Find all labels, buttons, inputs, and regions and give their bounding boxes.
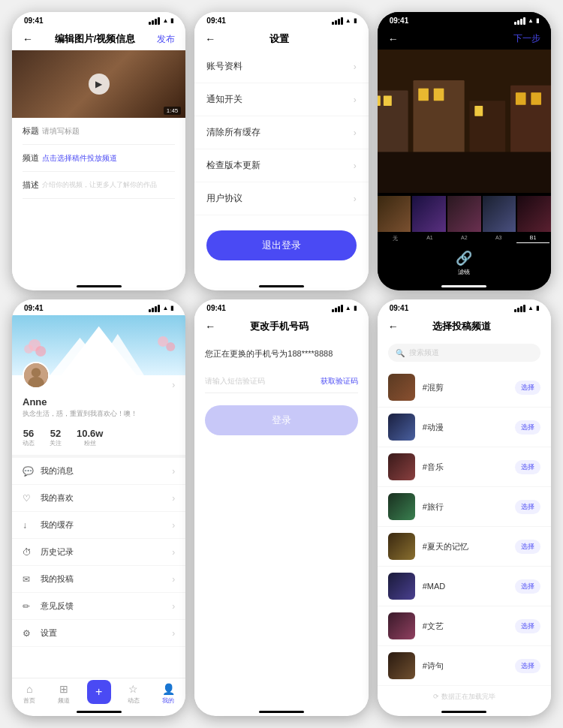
strip-thumb-3[interactable] — [447, 196, 481, 232]
stat-posts-label: 动态 — [23, 439, 35, 447]
menu-messages-label: 我的消息 — [41, 465, 74, 477]
page-title-6: 选择投稿频道 — [432, 320, 491, 333]
tab-dynamic[interactable]: ☆ 动态 — [116, 683, 151, 705]
channel-item-3: #音乐 选择 — [378, 447, 551, 487]
filter-chain-icon[interactable]: 🔗 — [456, 250, 472, 266]
select-button-8[interactable]: 选择 — [515, 659, 540, 673]
channel-item-2: #动漫 选择 — [378, 408, 551, 447]
chevron-icon: › — [354, 161, 357, 171]
phone-edit-media: 09:41 ▲ ▮ ← 编辑图片/视频信息 发布 ▶ 1:45 标 — [12, 12, 185, 290]
nav-bar-3: ← 下一步 — [378, 28, 551, 50]
menu-messages[interactable]: 💬 我的消息 › — [12, 458, 185, 485]
mine-icon: 👤 — [162, 683, 175, 695]
filter-labels: 无 A1 A2 A3 B1 — [378, 232, 551, 245]
desc-input[interactable]: 介绍你的视频，让更多人了解你的作品 — [42, 179, 175, 190]
channel-thumb-5 — [388, 533, 415, 560]
add-button[interactable]: + — [87, 680, 111, 704]
svg-rect-10 — [474, 106, 483, 116]
tab-mine[interactable]: 👤 我的 — [151, 683, 185, 705]
load-more-text: ⟳ 数据正在加载完毕 — [378, 686, 551, 708]
select-button-2[interactable]: 选择 — [515, 420, 540, 435]
menu-feedback[interactable]: ✏ 意见反馈 › — [12, 593, 185, 620]
svg-rect-8 — [418, 89, 429, 101]
strip-thumb-5[interactable] — [517, 196, 551, 232]
stat-followers-label: 粉丝 — [77, 439, 103, 447]
settings-item-notifications[interactable]: 通知开关 › — [194, 83, 368, 116]
menu-posts-label: 我的投稿 — [41, 573, 74, 585]
verification-code-input[interactable]: 请输入短信验证码 — [205, 376, 314, 387]
filter-a2[interactable]: A2 — [447, 234, 480, 243]
strip-thumb-1[interactable] — [378, 196, 411, 232]
chevron-icon: › — [354, 194, 357, 204]
confirm-button[interactable]: 登录 — [205, 405, 357, 435]
verification-code-row: 请输入短信验证码 获取验证码 — [205, 370, 357, 393]
home-indicator-2 — [259, 285, 304, 287]
signal-5 — [332, 305, 343, 312]
back-icon-2[interactable]: ← — [205, 33, 215, 45]
menu-history[interactable]: ⏱ 历史记录 › — [12, 539, 185, 566]
profile-chevron-icon[interactable]: › — [172, 380, 175, 390]
menu-chevron: › — [172, 574, 175, 585]
desc-row: 描述 介绍你的视频，让更多人了解你的作品 — [23, 172, 175, 199]
channel-selector[interactable]: 点击选择稿件投放频道 — [42, 152, 175, 164]
select-button-3[interactable]: 选择 — [515, 460, 540, 474]
filter-a1[interactable]: A1 — [414, 234, 447, 243]
strip-thumb-4[interactable] — [483, 196, 516, 232]
heart-icon: ♡ — [23, 493, 35, 504]
channel-search-bar[interactable]: 🔍 搜索频道 — [388, 344, 540, 362]
time-1: 09:41 — [24, 17, 44, 25]
menu-likes[interactable]: ♡ 我的喜欢 › — [12, 485, 185, 512]
phone-filter: 09:41 ▲ ▮ ← 下一步 — [378, 12, 551, 290]
channel-row[interactable]: 频道 点击选择稿件投放频道 — [23, 145, 175, 172]
settings-item-update[interactable]: 检查版本更新 › — [194, 149, 368, 182]
battery-icon-4: ▮ — [170, 305, 173, 311]
settings-item-account[interactable]: 账号资料 › — [194, 50, 368, 83]
video-thumbnail: ▶ 1:45 — [12, 50, 185, 118]
menu-cache[interactable]: ↓ 我的缓存 › — [12, 512, 185, 539]
time-2: 09:41 — [206, 17, 226, 25]
select-button-7[interactable]: 选择 — [515, 619, 540, 633]
settings-item-agreement[interactable]: 用户协议 › — [194, 182, 368, 215]
back-icon-6[interactable]: ← — [388, 320, 399, 332]
select-button-5[interactable]: 选择 — [515, 540, 540, 554]
select-button-4[interactable]: 选择 — [515, 500, 540, 514]
channel-thumb-3 — [388, 453, 415, 480]
time-3: 09:41 — [390, 17, 409, 25]
filter-b1[interactable]: B1 — [516, 234, 549, 243]
search-placeholder: 搜索频道 — [409, 347, 439, 358]
settings-item-clear-cache[interactable]: 清除所有缓存 › — [194, 116, 368, 149]
channel-item-1: #混剪 选择 — [378, 368, 551, 408]
home-indicator-6 — [441, 711, 486, 713]
title-input[interactable]: 请填写标题 — [42, 125, 175, 137]
get-code-button[interactable]: 获取验证码 — [321, 376, 358, 387]
select-button-1[interactable]: 选择 — [515, 381, 540, 395]
back-icon-5[interactable]: ← — [205, 320, 215, 332]
tab-channel[interactable]: ⊞ 频道 — [47, 683, 81, 705]
logout-button[interactable]: 退出登录 — [206, 230, 356, 260]
channel-thumb-4 — [388, 493, 415, 520]
wifi-icon-4: ▲ — [162, 305, 168, 311]
back-icon-3[interactable]: ← — [388, 33, 399, 45]
select-button-6[interactable]: 选择 — [515, 579, 540, 594]
filter-a3[interactable]: A3 — [482, 234, 515, 243]
tab-home[interactable]: ⌂ 首页 — [12, 683, 47, 705]
next-step-button[interactable]: 下一步 — [513, 32, 540, 45]
status-bar-2: 09:41 ▲ ▮ — [194, 12, 368, 28]
menu-settings[interactable]: ⚙ 设置 › — [12, 620, 185, 647]
channel-name-8: #诗句 — [423, 660, 507, 672]
back-icon-1[interactable]: ← — [23, 33, 33, 45]
filter-none[interactable]: 无 — [379, 234, 412, 243]
time-5: 09:41 — [206, 304, 226, 312]
play-icon[interactable]: ▶ — [89, 74, 110, 95]
page-title-1: 编辑图片/视频信息 — [55, 32, 136, 46]
tab-add[interactable]: + — [82, 683, 116, 705]
phone-settings: 09:41 ▲ ▮ ← 设置 账号资料 › 通知 — [194, 12, 368, 290]
menu-cache-label: 我的缓存 — [41, 519, 74, 531]
channel-icon: ⊞ — [59, 683, 68, 695]
channel-name-7: #文艺 — [423, 621, 507, 632]
strip-thumb-2[interactable] — [412, 196, 446, 232]
publish-button[interactable]: 发布 — [157, 33, 175, 46]
menu-chevron: › — [172, 601, 175, 612]
channel-name-3: #音乐 — [423, 462, 507, 473]
menu-posts[interactable]: ✉ 我的投稿 › — [12, 566, 185, 593]
